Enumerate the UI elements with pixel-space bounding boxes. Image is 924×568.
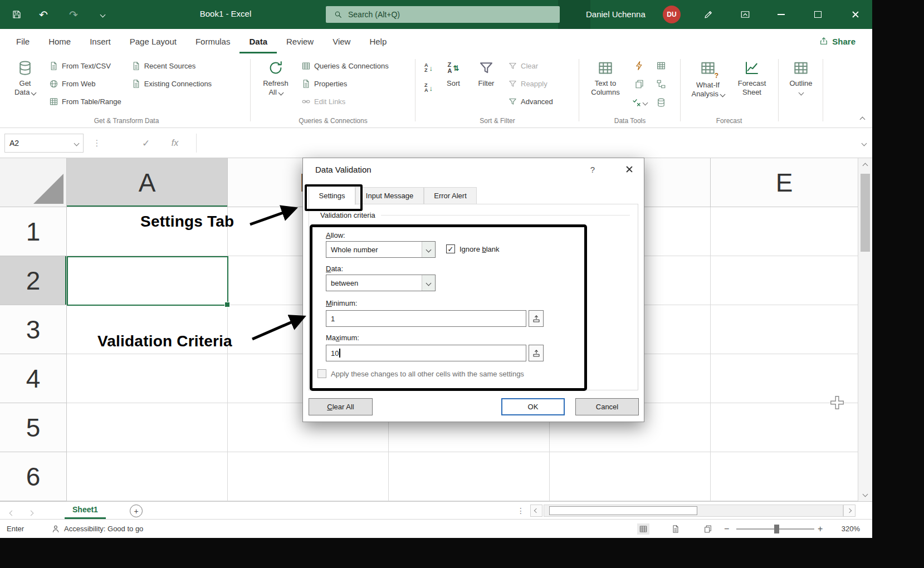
tab-formulas[interactable]: Formulas bbox=[186, 29, 240, 53]
reapply-button[interactable]: Reapply bbox=[506, 75, 555, 92]
minimum-input[interactable]: 1 bbox=[326, 310, 526, 327]
row-header-2[interactable]: 2 bbox=[0, 256, 67, 305]
existing-connections-button[interactable]: Existing Connections bbox=[129, 75, 214, 92]
tab-view[interactable]: View bbox=[323, 29, 360, 53]
dropdown-chevron-icon[interactable] bbox=[422, 242, 435, 257]
hscroll-left-button[interactable] bbox=[530, 505, 542, 517]
row-header-1[interactable]: 1 bbox=[0, 207, 67, 256]
search-box[interactable]: Search (Alt+Q) bbox=[326, 6, 560, 23]
hscroll-right-button[interactable] bbox=[843, 505, 855, 517]
ignore-blank-checkbox[interactable]: ✓ bbox=[446, 244, 455, 253]
horizontal-scrollbar[interactable] bbox=[544, 505, 843, 517]
data-dropdown[interactable]: between bbox=[326, 275, 436, 291]
dialog-tab-error-alert[interactable]: Error Alert bbox=[424, 187, 477, 204]
collapse-ribbon-button[interactable] bbox=[861, 115, 864, 123]
allow-dropdown[interactable]: Whole number bbox=[326, 241, 436, 258]
recent-sources-button[interactable]: Recent Sources bbox=[129, 57, 214, 75]
from-table-range-button[interactable]: From Table/Range bbox=[47, 93, 124, 110]
zoom-slider[interactable] bbox=[736, 528, 814, 530]
dialog-tab-settings[interactable]: Settings bbox=[309, 186, 355, 205]
relationships-button[interactable] bbox=[654, 76, 668, 92]
cancel-button[interactable]: Cancel bbox=[575, 398, 639, 415]
sort-descending-button[interactable]: ZA↓ bbox=[423, 80, 434, 96]
save-button[interactable] bbox=[4, 0, 29, 29]
queries-connections-button[interactable]: Queries & Connections bbox=[299, 57, 391, 75]
tab-insert[interactable]: Insert bbox=[80, 29, 120, 53]
tab-help[interactable]: Help bbox=[360, 29, 396, 53]
from-web-button[interactable]: From Web bbox=[47, 75, 124, 92]
tab-data[interactable]: Data bbox=[239, 29, 277, 53]
tab-file[interactable]: File bbox=[7, 29, 39, 53]
tab-review[interactable]: Review bbox=[277, 29, 323, 53]
apply-to-all-checkbox[interactable] bbox=[317, 369, 326, 378]
edit-links-button[interactable]: Edit Links bbox=[299, 93, 391, 110]
maximum-input[interactable]: 10 bbox=[326, 345, 526, 361]
minimize-button[interactable] bbox=[769, 0, 793, 29]
redo-button[interactable]: ↷ bbox=[61, 0, 86, 29]
page-break-view-button[interactable] bbox=[702, 523, 714, 535]
undo-button[interactable]: ↶ bbox=[31, 0, 56, 29]
advanced-filter-button[interactable]: Advanced bbox=[506, 93, 555, 110]
zoom-out-button[interactable]: − bbox=[724, 520, 729, 538]
vertical-scroll-thumb[interactable] bbox=[861, 174, 870, 252]
zoom-in-button[interactable]: + bbox=[818, 520, 823, 538]
formula-input[interactable] bbox=[196, 134, 853, 153]
refresh-all-button[interactable]: Refresh All bbox=[258, 57, 294, 100]
cancel-entry-button[interactable] bbox=[108, 134, 128, 153]
share-button[interactable]: Share bbox=[813, 33, 862, 50]
ribbon-display-options-button[interactable] bbox=[733, 0, 757, 29]
dialog-close-button[interactable] bbox=[615, 158, 644, 180]
sort-ascending-button[interactable]: AZ↓ bbox=[423, 60, 434, 76]
properties-button[interactable]: Properties bbox=[299, 75, 391, 92]
avatar[interactable]: DU bbox=[663, 6, 681, 23]
dialog-tab-input-message[interactable]: Input Message bbox=[355, 187, 424, 204]
expand-formula-bar-button[interactable] bbox=[855, 134, 872, 153]
accessibility-status[interactable]: Accessibility: Good to go bbox=[51, 520, 143, 538]
customize-quick-access-button[interactable] bbox=[90, 0, 115, 29]
clear-all-button[interactable]: Clear All bbox=[309, 398, 373, 415]
horizontal-scroll-thumb[interactable] bbox=[549, 506, 697, 515]
fill-handle[interactable] bbox=[224, 302, 230, 307]
outline-button[interactable]: Outline bbox=[786, 57, 816, 97]
insert-function-button[interactable]: fx bbox=[165, 134, 185, 153]
page-layout-view-button[interactable] bbox=[669, 523, 682, 535]
row-header-3[interactable]: 3 bbox=[0, 305, 67, 354]
confirm-entry-button[interactable]: ✓ bbox=[136, 134, 156, 153]
text-to-columns-button[interactable]: Text to Columns bbox=[586, 57, 624, 100]
tab-page-layout[interactable]: Page Layout bbox=[120, 29, 186, 53]
scroll-down-button[interactable] bbox=[858, 487, 872, 501]
ok-button[interactable]: OK bbox=[501, 398, 565, 415]
maximum-collapse-button[interactable] bbox=[529, 345, 544, 361]
new-sheet-button[interactable]: + bbox=[130, 505, 143, 517]
selected-cell-a2[interactable] bbox=[67, 256, 228, 306]
minimum-collapse-button[interactable] bbox=[529, 310, 544, 327]
remove-duplicates-button[interactable] bbox=[630, 76, 649, 92]
forecast-sheet-button[interactable]: Forecast Sheet bbox=[734, 57, 770, 100]
normal-view-button[interactable] bbox=[637, 523, 649, 535]
clear-filter-button[interactable]: Clear bbox=[506, 57, 555, 75]
name-box[interactable]: A2 bbox=[4, 134, 84, 153]
sheet-bar-options-icon[interactable]: ⋮ bbox=[517, 506, 525, 515]
zoom-level[interactable]: 320% bbox=[832, 520, 860, 538]
get-data-button[interactable]: Get Data bbox=[9, 57, 41, 100]
scroll-up-button[interactable] bbox=[858, 158, 872, 173]
zoom-slider-thumb[interactable] bbox=[774, 525, 779, 533]
vertical-scrollbar[interactable] bbox=[858, 158, 872, 501]
sort-button[interactable]: ZA⇅ Sort bbox=[440, 57, 467, 90]
what-if-analysis-button[interactable]: ? What-If Analysis bbox=[688, 57, 728, 101]
column-header-a[interactable]: A bbox=[67, 158, 228, 207]
close-button[interactable] bbox=[843, 0, 868, 29]
row-header-6[interactable]: 6 bbox=[0, 452, 67, 501]
tab-home[interactable]: Home bbox=[39, 29, 80, 53]
sheet-tab-sheet1[interactable]: Sheet1 bbox=[65, 502, 106, 519]
next-sheet-button[interactable] bbox=[29, 508, 33, 517]
flash-fill-button[interactable] bbox=[630, 57, 649, 74]
dialog-help-button[interactable]: ? bbox=[581, 158, 604, 180]
row-header-4[interactable]: 4 bbox=[0, 354, 67, 403]
filter-button[interactable]: Filter bbox=[472, 57, 500, 90]
consolidate-button[interactable] bbox=[654, 57, 668, 74]
from-text-csv-button[interactable]: From Text/CSV bbox=[47, 57, 124, 75]
previous-sheet-button[interactable] bbox=[10, 508, 14, 517]
pen-icon[interactable] bbox=[696, 0, 721, 29]
data-validation-button[interactable] bbox=[630, 94, 649, 111]
